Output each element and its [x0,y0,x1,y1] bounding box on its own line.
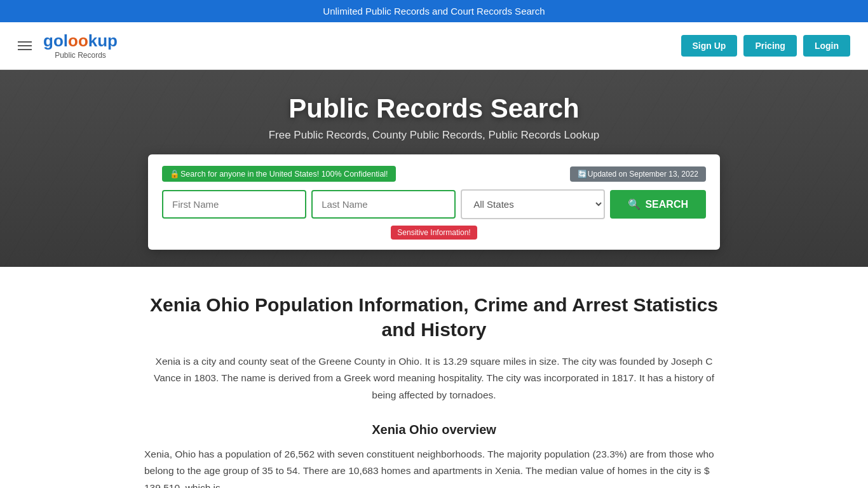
logo-subtitle: Public Records [43,51,118,60]
top-banner: Unlimited Public Records and Court Recor… [0,0,868,22]
state-select[interactable]: All StatesAlabamaAlaskaArizonaArkansasCa… [461,189,605,219]
hamburger-menu[interactable] [18,41,32,50]
header-left: golookup Public Records [18,32,118,60]
login-button[interactable]: Login [803,35,850,57]
search-container: 🔒 Search for anyone in the United States… [148,154,720,250]
search-updated-badge: 🔄 Updated on September 13, 2022 [570,166,706,182]
overview-text: Xenia, Ohio has a population of 26,562 w… [144,446,724,488]
overview-title: Xenia Ohio overview [144,423,724,437]
search-top-row: 🔒 Search for anyone in the United States… [162,166,706,182]
last-name-input[interactable] [311,190,456,219]
search-button[interactable]: 🔍 SEARCH [610,190,706,219]
confidential-text: Search for anyone in the United States! … [180,170,388,179]
header-right: Sign Up Pricing Login [681,35,850,57]
first-name-input[interactable] [162,190,306,219]
logo-text: golookup [43,32,118,50]
logo-kup: kup [88,31,118,50]
signup-button[interactable]: Sign Up [681,35,738,57]
hero-title: Public Records Search [13,93,855,124]
pricing-button[interactable]: Pricing [743,35,796,57]
logo-gol: gol [43,31,68,50]
lock-icon: 🔒 [170,169,180,179]
banner-text: Unlimited Public Records and Court Recor… [323,6,545,17]
page-description: Xenia is a city and county seat of the G… [144,353,724,403]
page-title: Xenia Ohio Population Information, Crime… [144,292,724,342]
hero-content: Public Records Search Free Public Record… [0,74,868,262]
search-button-label: SEARCH [645,199,688,210]
hero-section: Public Records Search Free Public Record… [0,70,868,267]
search-inputs-row: All StatesAlabamaAlaskaArizonaArkansasCa… [162,189,706,219]
logo[interactable]: golookup Public Records [43,32,118,60]
search-icon: 🔍 [628,198,641,210]
updated-text: Updated on September 13, 2022 [588,170,698,179]
hero-subtitle: Free Public Records, County Public Recor… [13,129,855,142]
search-confidential-badge: 🔒 Search for anyone in the United States… [162,166,396,182]
search-bottom-row: Sensitive Information! [162,226,706,240]
logo-oo: oo [68,31,88,50]
sensitive-badge: Sensitive Information! [391,226,477,240]
main-content: Xenia Ohio Population Information, Crime… [129,267,739,488]
header: golookup Public Records Sign Up Pricing … [0,22,868,70]
refresh-icon: 🔄 [578,170,587,179]
